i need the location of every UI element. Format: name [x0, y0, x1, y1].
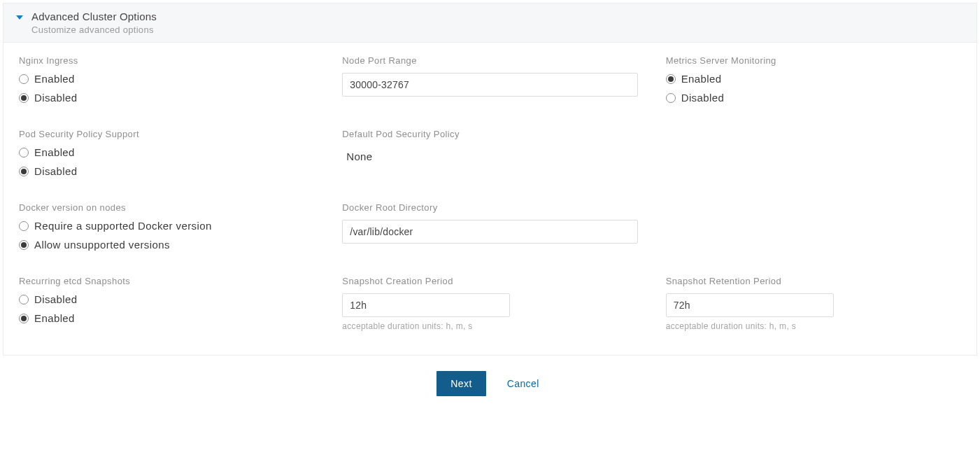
etcd-snapshots-disabled-radio[interactable]: Disabled: [19, 293, 314, 305]
default-psp-value: None: [342, 146, 637, 162]
cancel-button[interactable]: Cancel: [503, 377, 544, 390]
field-label: Recurring etcd Snapshots: [19, 276, 314, 286]
docker-version-field: Docker version on nodes Require a suppor…: [19, 202, 314, 251]
radio-icon: [19, 148, 29, 158]
radio-label: Disabled: [34, 293, 78, 305]
pod-security-field: Pod Security Policy Support Enabled Disa…: [19, 129, 314, 177]
node-port-range-input[interactable]: [342, 73, 637, 97]
docker-version-require-radio[interactable]: Require a supported Docker version: [19, 220, 314, 232]
snapshot-creation-input[interactable]: [342, 293, 510, 317]
field-label: Metrics Server Monitoring: [666, 55, 961, 66]
radio-label: Disabled: [34, 165, 78, 177]
footer-actions: Next Cancel: [0, 358, 980, 403]
pod-security-disabled-radio[interactable]: Disabled: [19, 165, 314, 177]
radio-icon: [666, 93, 676, 103]
metrics-server-disabled-radio[interactable]: Disabled: [666, 92, 961, 104]
panel-header[interactable]: Advanced Cluster Options Customize advan…: [3, 4, 977, 43]
caret-down-icon: [16, 15, 23, 20]
nginx-ingress-disabled-radio[interactable]: Disabled: [19, 92, 314, 104]
radio-icon: [19, 295, 29, 304]
snapshot-retention-input[interactable]: [666, 293, 834, 317]
node-port-range-field: Node Port Range: [342, 55, 637, 104]
nginx-ingress-field: Nginx Ingress Enabled Disabled: [19, 55, 314, 104]
radio-label: Enabled: [681, 73, 722, 85]
snapshot-creation-field: Snapshot Creation Period acceptable dura…: [342, 276, 637, 331]
field-hint: acceptable duration units: h, m, s: [666, 321, 961, 331]
panel-subtitle: Customize advanced options: [31, 24, 157, 35]
radio-icon: [666, 74, 676, 84]
field-label: Nginx Ingress: [19, 55, 314, 66]
radio-label: Enabled: [34, 312, 75, 324]
docker-version-allow-radio[interactable]: Allow unsupported versions: [19, 239, 314, 251]
etcd-snapshots-field: Recurring etcd Snapshots Disabled Enable…: [19, 276, 314, 331]
radio-label: Disabled: [681, 92, 725, 104]
field-label: Docker Root Directory: [342, 202, 637, 213]
nginx-ingress-enabled-radio[interactable]: Enabled: [19, 73, 314, 85]
metrics-server-enabled-radio[interactable]: Enabled: [666, 73, 961, 85]
etcd-snapshots-enabled-radio[interactable]: Enabled: [19, 312, 314, 324]
radio-label: Enabled: [34, 73, 75, 85]
field-label: Node Port Range: [342, 55, 637, 66]
field-label: Docker version on nodes: [19, 202, 314, 213]
radio-icon: [19, 314, 29, 323]
radio-icon: [19, 167, 29, 176]
radio-icon: [19, 93, 29, 103]
radio-label: Allow unsupported versions: [34, 239, 170, 251]
panel-title: Advanced Cluster Options: [31, 10, 157, 22]
docker-root-field: Docker Root Directory: [342, 202, 637, 251]
advanced-cluster-options-panel: Advanced Cluster Options Customize advan…: [3, 3, 977, 356]
radio-label: Enabled: [34, 146, 75, 158]
radio-label: Disabled: [34, 92, 78, 104]
radio-icon: [19, 240, 29, 250]
field-label: Snapshot Retention Period: [666, 276, 961, 286]
field-hint: acceptable duration units: h, m, s: [342, 321, 637, 331]
radio-label: Require a supported Docker version: [34, 220, 212, 232]
snapshot-retention-field: Snapshot Retention Period acceptable dur…: [666, 276, 961, 331]
default-psp-field: Default Pod Security Policy None: [342, 129, 637, 177]
metrics-server-field: Metrics Server Monitoring Enabled Disabl…: [666, 55, 961, 104]
next-button[interactable]: Next: [436, 371, 485, 396]
field-label: Default Pod Security Policy: [342, 129, 637, 139]
radio-icon: [19, 221, 29, 231]
docker-root-input[interactable]: [342, 220, 637, 244]
field-label: Pod Security Policy Support: [19, 129, 314, 139]
field-label: Snapshot Creation Period: [342, 276, 637, 286]
pod-security-enabled-radio[interactable]: Enabled: [19, 146, 314, 158]
radio-icon: [19, 74, 29, 84]
panel-body: Nginx Ingress Enabled Disabled Node Port…: [3, 43, 977, 355]
